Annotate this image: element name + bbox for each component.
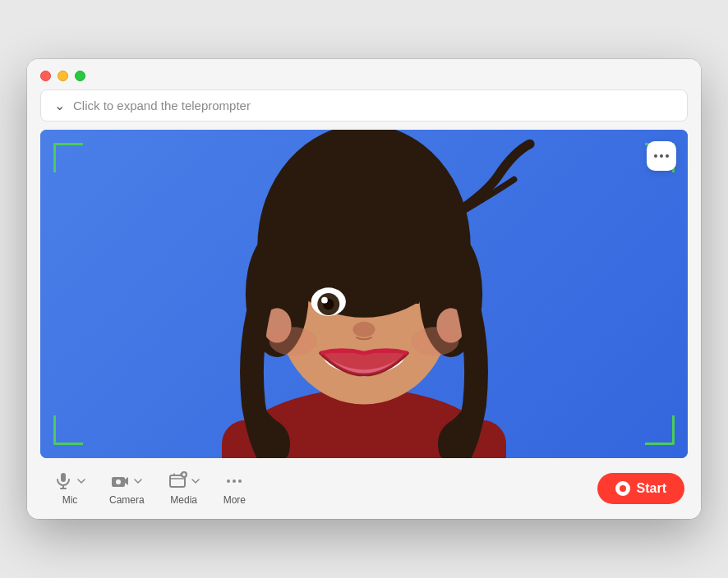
- minimize-button[interactable]: [58, 71, 68, 81]
- traffic-lights: [40, 71, 85, 81]
- teleprompter-label: Click to expand the teleprompter: [73, 99, 251, 112]
- dots-icon: [654, 154, 669, 158]
- mic-group: Mic: [44, 471, 96, 506]
- close-button[interactable]: [40, 71, 51, 81]
- start-label: Start: [637, 481, 666, 496]
- camera-chevron-icon[interactable]: [133, 476, 143, 486]
- svg-point-15: [270, 327, 317, 356]
- app-window: ⌄ Click to expand the teleprompter: [27, 59, 701, 519]
- corner-bracket-tl: [53, 143, 83, 172]
- toolbar: Mic Camera: [27, 458, 701, 519]
- media-label: Media: [170, 494, 197, 506]
- more-label: More: [223, 494, 246, 506]
- chevron-down-icon: ⌄: [54, 99, 65, 112]
- video-more-button[interactable]: [647, 141, 676, 171]
- camera-label: Camera: [109, 494, 145, 506]
- svg-point-25: [233, 479, 236, 483]
- title-bar: [27, 59, 701, 89]
- mic-chevron-icon[interactable]: [76, 476, 86, 486]
- mic-button[interactable]: [53, 471, 73, 491]
- camera-button[interactable]: [110, 471, 130, 491]
- media-chevron-icon[interactable]: [191, 476, 200, 486]
- svg-rect-17: [61, 473, 66, 482]
- mic-label: Mic: [62, 494, 78, 506]
- video-area: [40, 130, 688, 458]
- toolbar-items: Mic Camera: [44, 471, 597, 506]
- record-indicator: [615, 481, 630, 496]
- teleprompter-bar[interactable]: ⌄ Click to expand the teleprompter: [40, 89, 688, 122]
- svg-point-16: [412, 327, 459, 356]
- media-group: Media: [158, 471, 210, 506]
- svg-point-21: [116, 479, 121, 484]
- corner-bracket-br: [645, 415, 675, 445]
- svg-point-24: [227, 479, 230, 483]
- corner-bracket-bl: [53, 415, 83, 445]
- svg-point-14: [353, 322, 376, 337]
- svg-point-13: [321, 297, 328, 304]
- svg-point-26: [238, 479, 242, 483]
- more-button[interactable]: [224, 471, 244, 491]
- maximize-button[interactable]: [75, 71, 85, 81]
- camera-group: Camera: [99, 471, 154, 506]
- more-group: More: [214, 471, 256, 506]
- start-button[interactable]: Start: [597, 473, 684, 504]
- person-container: [40, 130, 688, 458]
- media-button[interactable]: [168, 471, 187, 491]
- person-svg: [40, 130, 688, 458]
